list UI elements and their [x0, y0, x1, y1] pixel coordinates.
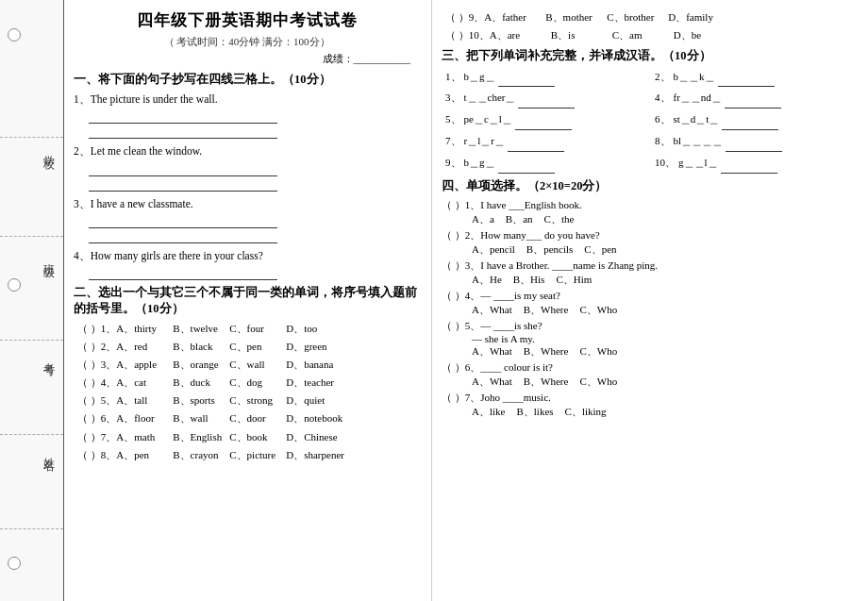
- q2-1-d: D、too: [286, 321, 342, 338]
- s3-1-blank[interactable]: [498, 68, 555, 88]
- s3-9-blank[interactable]: [498, 154, 555, 174]
- s3-7-blank[interactable]: [508, 132, 564, 152]
- s3-3-word: t＿＿cher＿: [464, 89, 516, 108]
- s3-10-blank[interactable]: [721, 154, 777, 174]
- writing-lines-4: [89, 267, 420, 280]
- q2-4-a: A、cat: [116, 375, 173, 392]
- s3-8-blank[interactable]: [726, 132, 782, 152]
- q2-2-d: D、green: [286, 339, 342, 356]
- q2-10-a: A、are: [490, 27, 551, 44]
- q1-2: 2、Let me clean the window.: [74, 143, 420, 159]
- q4-3-options: A、He B、His C、Him: [472, 273, 857, 287]
- s3-7-word: r＿l＿r＿: [464, 132, 505, 151]
- q2-3-b: B、orange: [173, 357, 229, 374]
- q4-4-options: A、What B、Where C、Who: [472, 303, 857, 317]
- q2-10-num: （ ）10、: [445, 27, 490, 44]
- q2-10-b: B、is: [551, 27, 612, 44]
- s3-3-blank[interactable]: [518, 89, 575, 109]
- q4-2-c: C、pen: [584, 242, 616, 257]
- q2-2-c: C、pen: [229, 339, 286, 356]
- q4-1-c: C、the: [544, 212, 575, 226]
- s3-2-num: 2、: [655, 68, 671, 87]
- list-item: （ ）10、 A、are B、is C、am D、be: [445, 27, 857, 44]
- writing-line: [89, 125, 277, 139]
- section4-items: （ ）1、 I have ___English book. A、a B、an C…: [442, 198, 857, 419]
- s3-5-num: 5、: [445, 110, 461, 129]
- s3-6-word: st＿d＿t＿: [674, 110, 720, 129]
- q4-4-c: C、Who: [579, 303, 617, 317]
- s3-9-num: 9、: [445, 154, 461, 173]
- margin-line-4: [0, 434, 63, 435]
- list-item: 2、 b＿＿k＿: [655, 68, 857, 88]
- s3-1-word: b＿g＿: [464, 68, 495, 87]
- list-item: （ ）1、 I have ___English book. A、a B、an C…: [442, 198, 857, 226]
- list-item: （ ）5、 A、tall B、sports C、strong D、quiet: [77, 392, 420, 409]
- class-label: 班 级: [17, 255, 80, 258]
- q2-3-d: D、banana: [286, 357, 342, 374]
- q1-1: 1、The picture is under the wall.: [74, 92, 420, 108]
- q2-1-c: C、four: [229, 321, 286, 338]
- q4-1-row: （ ）1、 I have ___English book.: [442, 198, 857, 212]
- s3-4-word: fr＿＿nd＿: [674, 89, 722, 108]
- q2-8-b: B、crayon: [173, 447, 229, 464]
- list-item: （ ）3、 I have a Brother. ____name is Zhan…: [442, 259, 857, 287]
- section2-items: （ ）1、 A、thirty B、twelve C、four D、too （ ）…: [77, 321, 420, 463]
- margin-line-3: [0, 340, 63, 341]
- s3-6-blank[interactable]: [722, 110, 778, 130]
- q4-6-a: A、What: [472, 375, 512, 389]
- page-right: （ ）9、 A、father B、mother C、brother D、fami…: [432, 0, 868, 601]
- q2-8-d: D、sharpener: [286, 447, 344, 464]
- s3-3-num: 3、: [445, 89, 461, 108]
- q2-9-c: C、brother: [607, 9, 668, 26]
- q4-2-options: A、pencil B、pencils C、pen: [472, 242, 857, 257]
- q2-7-a: A、math: [116, 429, 173, 446]
- margin-line-5: [0, 528, 63, 529]
- list-item: 7、 r＿l＿r＿: [445, 132, 647, 152]
- q4-7-options: A、like B、likes C、liking: [472, 405, 857, 419]
- writing-line: [89, 230, 277, 243]
- q4-4-b: B、Where: [524, 303, 569, 317]
- list-item: （ ）3、 A、apple B、orange C、wall D、banana: [77, 357, 420, 374]
- q4-5-c: C、Who: [579, 344, 617, 359]
- q4-5-b: B、Where: [524, 344, 569, 359]
- list-item: （ ）7、 A、math B、English C、book D、Chinese: [77, 429, 420, 446]
- s3-2-word: b＿＿k＿: [674, 68, 715, 87]
- s3-4-blank[interactable]: [725, 89, 781, 109]
- q4-3-row: （ ）3、 I have a Brother. ____name is Zhan…: [442, 259, 857, 273]
- page-left: 四年级下册英语期中考试试卷 （ 考试时间：40分钟 满分：100分） 成绩：__…: [64, 0, 432, 601]
- q2-6-c: C、door: [229, 410, 286, 427]
- q4-2-q: How many___ do you have?: [480, 229, 599, 241]
- q2-6-a: A、floor: [116, 410, 173, 427]
- q4-6-num: （ ）6、: [442, 360, 480, 375]
- q4-6-row: （ ）6、 ____ colour is it?: [442, 360, 857, 375]
- s3-9-word: b＿g＿: [464, 154, 495, 173]
- q2-7-b: B、English: [173, 429, 229, 446]
- writing-line: [89, 110, 277, 124]
- list-item: 9、 b＿g＿: [445, 154, 647, 174]
- list-item: 1、 b＿g＿: [445, 68, 647, 88]
- q2-9-num: （ ）9、: [445, 9, 484, 26]
- q2-10-c: C、am: [612, 27, 674, 44]
- margin-line-1: [0, 137, 63, 138]
- writing-lines-3: [89, 215, 420, 243]
- q4-6-c: C、Who: [579, 375, 617, 389]
- s3-2-blank[interactable]: [718, 68, 775, 88]
- q2-4-num: （ ）4、: [77, 375, 116, 392]
- examno-label: 考 号: [17, 354, 80, 357]
- q2-7-num: （ ）7、: [77, 429, 116, 446]
- q4-7-b: B、likes: [516, 405, 553, 419]
- q4-4-num: （ ）4、: [442, 289, 480, 303]
- list-item: 3、 t＿＿cher＿: [445, 89, 647, 109]
- q2-5-a: A、tall: [116, 392, 173, 409]
- q2-9-a: A、father: [484, 9, 545, 26]
- s3-10-word: g＿＿l＿: [678, 154, 718, 173]
- s3-10-num: 10、: [655, 154, 676, 173]
- q4-5-num: （ ）5、: [442, 319, 480, 333]
- q4-5-options: A、What B、Where C、Who: [472, 344, 857, 359]
- name-label: 姓 名: [17, 448, 80, 451]
- q1-3: 3、I have a new classmate.: [74, 196, 420, 212]
- list-item: （ ）4、 A、cat B、duck C、dog D、teacher: [77, 375, 420, 392]
- section3-items: 1、 b＿g＿ 2、 b＿＿k＿ 3、 t＿＿cher＿ 4、 fr＿＿nd＿: [445, 68, 857, 174]
- s3-5-blank[interactable]: [515, 110, 572, 130]
- s3-7-num: 7、: [445, 132, 461, 151]
